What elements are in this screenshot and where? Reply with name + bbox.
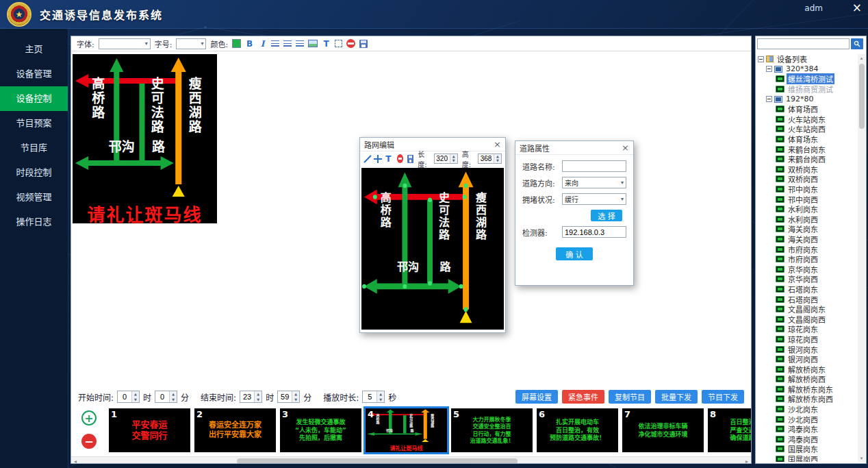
device-item[interactable]: 海关岗东 bbox=[757, 224, 857, 234]
window-close-icon[interactable]: × bbox=[852, 2, 862, 14]
detector-input[interactable] bbox=[562, 226, 626, 238]
screen-settings-button[interactable]: 屏幕设置 bbox=[515, 390, 558, 404]
spinner-arrows[interactable] bbox=[131, 391, 139, 402]
device-item[interactable]: 石塔岗西 bbox=[757, 294, 857, 304]
start-hour-spinner[interactable] bbox=[117, 391, 140, 403]
spinner-arrows[interactable] bbox=[292, 391, 299, 402]
device-item[interactable]: 国展岗西 bbox=[757, 454, 857, 462]
dialog-titlebar[interactable]: 道路属性 × bbox=[515, 141, 633, 155]
text-tool-button[interactable]: T bbox=[384, 153, 393, 164]
device-item[interactable]: 邗中岗东 bbox=[757, 184, 857, 195]
sidebar-item-time-control[interactable]: 时段控制 bbox=[0, 160, 68, 185]
device-search-input[interactable] bbox=[757, 38, 850, 49]
sidebar-item-home[interactable]: 主页 bbox=[0, 37, 68, 62]
collapse-icon[interactable] bbox=[758, 56, 764, 62]
dialog-titlebar[interactable]: 路网编辑 × bbox=[360, 138, 505, 151]
led-screen-preview[interactable]: 高桥路 史可法路 瘦西湖路 邗沟 路 请礼让斑马线 bbox=[73, 54, 217, 223]
program-thumbnail-4-selected[interactable]: 4 bbox=[366, 408, 447, 452]
sidebar-item-video-management[interactable]: 视频管理 bbox=[0, 185, 68, 210]
length-spinner[interactable] bbox=[434, 153, 458, 164]
duration-spinner[interactable] bbox=[362, 391, 385, 403]
sidebar-item-device-control[interactable]: 设备控制 bbox=[0, 86, 68, 111]
horizontal-scrollbar-thumb[interactable] bbox=[237, 458, 518, 464]
scroll-down-icon[interactable] bbox=[858, 454, 865, 462]
device-item[interactable]: 沙北岗西 bbox=[757, 414, 857, 424]
end-hour-input[interactable] bbox=[240, 391, 254, 402]
device-item[interactable]: 琼花岗西 bbox=[757, 334, 857, 345]
draw-line-icon[interactable] bbox=[363, 155, 370, 163]
program-thumbnail-7[interactable]: 7 依法治理非标车辆 净化城市交通环境 bbox=[622, 408, 704, 452]
align-right-icon[interactable] bbox=[296, 40, 304, 47]
device-item[interactable]: 邗中岗西 bbox=[757, 194, 857, 204]
device-item[interactable]: 体育场西 bbox=[757, 104, 857, 114]
device-item[interactable]: 解放桥岗西 bbox=[757, 374, 857, 384]
device-item[interactable]: 沙北岗东 bbox=[757, 404, 857, 415]
collapse-icon[interactable] bbox=[766, 96, 772, 102]
text-tool-button[interactable]: T bbox=[322, 38, 331, 49]
end-minute-input[interactable] bbox=[278, 391, 292, 402]
device-item[interactable]: 双桥岗西 bbox=[757, 174, 857, 184]
collapse-icon[interactable] bbox=[766, 66, 772, 72]
device-item[interactable]: 来鹤台岗西 bbox=[757, 154, 857, 164]
device-item[interactable]: 银河岗西 bbox=[757, 354, 857, 365]
device-item[interactable]: 海关岗西 bbox=[757, 234, 857, 245]
end-minute-spinner[interactable] bbox=[277, 391, 300, 403]
close-icon[interactable]: × bbox=[622, 143, 629, 152]
device-item[interactable]: 火车站岗西 bbox=[757, 124, 857, 134]
device-item[interactable]: 石塔岗东 bbox=[757, 284, 857, 295]
confirm-button[interactable]: 确 认 bbox=[556, 247, 593, 260]
align-center-icon[interactable] bbox=[283, 40, 292, 47]
program-thumbnail-5[interactable]: 5 大力开展秋冬季 交通安全整治百 日行动，有力整 治道路交通乱象！ bbox=[451, 408, 533, 452]
emergency-event-button[interactable]: 紧急事件 bbox=[562, 390, 604, 404]
device-item[interactable]: 文昌阁岗东 bbox=[757, 304, 857, 315]
sidebar-item-operation-log[interactable]: 操作日志 bbox=[0, 210, 68, 234]
device-item[interactable]: 解放桥东岗西 bbox=[757, 394, 857, 404]
color-swatch[interactable] bbox=[232, 39, 241, 48]
spinner-arrows[interactable] bbox=[254, 391, 261, 402]
font-select[interactable] bbox=[99, 38, 151, 49]
device-item[interactable]: 火车站岗东 bbox=[757, 114, 857, 125]
device-item[interactable]: 来鹤台岗东 bbox=[757, 144, 857, 154]
device-item[interactable]: 京华岗东 bbox=[757, 264, 857, 274]
sidebar-item-device-management[interactable]: 设备管理 bbox=[0, 62, 68, 86]
duration-input[interactable] bbox=[363, 391, 376, 402]
user-label[interactable]: adm bbox=[804, 3, 823, 13]
tree-group-320x384[interactable]: 320*384 bbox=[757, 64, 857, 75]
height-input[interactable] bbox=[478, 154, 494, 163]
sidebar-item-program-library[interactable]: 节目库 bbox=[0, 136, 68, 160]
length-input[interactable] bbox=[435, 154, 450, 163]
font-size-select[interactable] bbox=[176, 38, 206, 49]
italic-button[interactable]: I bbox=[258, 38, 267, 49]
device-item[interactable]: 水利岗东 bbox=[757, 204, 857, 214]
device-item[interactable]: 银河岗东 bbox=[757, 344, 857, 354]
tree-root-device-list[interactable]: 设备列表 bbox=[757, 54, 857, 64]
device-item[interactable]: 琼花岗东 bbox=[757, 324, 857, 334]
remove-program-button[interactable] bbox=[81, 434, 97, 449]
road-network-diagram[interactable]: 高桥路 史可法路 瘦西湖路 邗沟 路 bbox=[361, 168, 504, 330]
selection-frame-icon[interactable] bbox=[335, 40, 342, 47]
bold-button[interactable]: B bbox=[245, 38, 254, 49]
device-item[interactable]: 市府岗东 bbox=[757, 244, 857, 254]
device-item[interactable]: 京华岗西 bbox=[757, 274, 857, 284]
device-item[interactable]: 文昌阁岗西 bbox=[757, 314, 857, 324]
sidebar-item-program-plan[interactable]: 节目预案 bbox=[0, 111, 68, 136]
device-item[interactable]: 体育场东 bbox=[757, 134, 857, 145]
tree-group-192x80[interactable]: 192*80 bbox=[757, 94, 857, 104]
device-item[interactable]: 解放桥岗东 bbox=[757, 364, 857, 374]
close-icon[interactable]: × bbox=[494, 140, 501, 149]
search-button[interactable] bbox=[851, 38, 863, 49]
program-thumbnail-8[interactable]: 8 百日整治行动 严查交通违法 确保道路安全 bbox=[708, 408, 752, 452]
end-hour-spinner[interactable] bbox=[240, 391, 262, 403]
device-item[interactable]: 水利岗西 bbox=[757, 214, 857, 225]
add-program-button[interactable] bbox=[81, 410, 97, 426]
device-item[interactable]: 鸿泰岗东 bbox=[757, 424, 857, 434]
start-minute-spinner[interactable] bbox=[155, 391, 177, 403]
scroll-up-icon[interactable] bbox=[858, 54, 865, 62]
save-icon[interactable] bbox=[407, 155, 413, 163]
program-thumbnail-2[interactable]: 2 春运安全连万家 出行平安靠大家 bbox=[194, 408, 276, 452]
delete-icon[interactable] bbox=[397, 154, 404, 163]
batch-send-button[interactable]: 批量下发 bbox=[655, 390, 698, 404]
roadnet-edit-canvas[interactable]: 高桥路 史可法路 瘦西湖路 邗沟 路 bbox=[361, 168, 504, 330]
device-item[interactable]: 国展岗东 bbox=[757, 444, 857, 454]
start-minute-input[interactable] bbox=[155, 391, 169, 402]
